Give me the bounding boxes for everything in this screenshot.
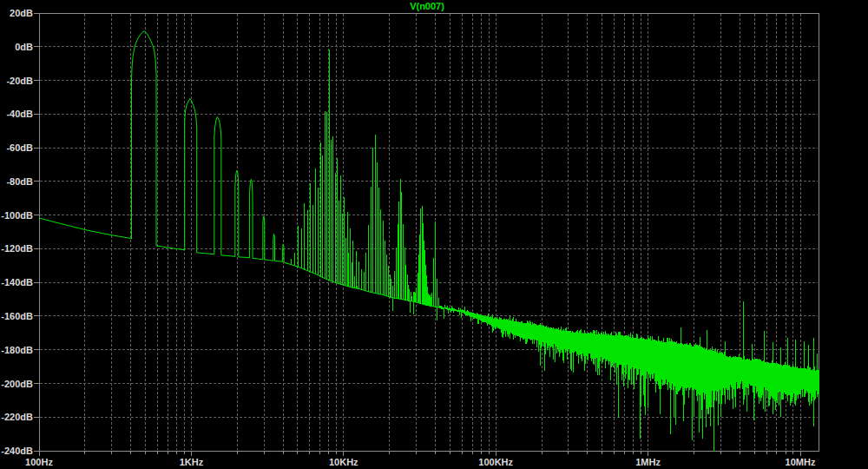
- svg-text:-220dB: -220dB: [1, 412, 33, 422]
- svg-text:-240dB: -240dB: [1, 446, 33, 456]
- svg-text:20dB: 20dB: [10, 8, 33, 18]
- svg-text:-80dB: -80dB: [6, 176, 33, 187]
- svg-text:1KHz: 1KHz: [180, 457, 204, 467]
- svg-text:V(n007): V(n007): [410, 1, 444, 11]
- svg-text:-140dB: -140dB: [1, 277, 33, 287]
- svg-text:-180dB: -180dB: [1, 345, 33, 355]
- svg-text:-40dB: -40dB: [6, 109, 33, 119]
- svg-text:-100dB: -100dB: [1, 210, 33, 221]
- svg-text:10MHz: 10MHz: [786, 457, 816, 467]
- svg-text:1MHz: 1MHz: [635, 457, 661, 467]
- svg-text:100KHz: 100KHz: [478, 457, 513, 467]
- svg-text:-160dB: -160dB: [1, 311, 33, 321]
- svg-text:100Hz: 100Hz: [25, 457, 53, 467]
- svg-text:10KHz: 10KHz: [329, 457, 358, 467]
- svg-text:-200dB: -200dB: [1, 379, 33, 389]
- svg-text:-60dB: -60dB: [6, 142, 33, 153]
- svg-text:-120dB: -120dB: [1, 243, 33, 254]
- svg-text:-20dB: -20dB: [6, 76, 33, 86]
- svg-text:0dB: 0dB: [15, 42, 33, 52]
